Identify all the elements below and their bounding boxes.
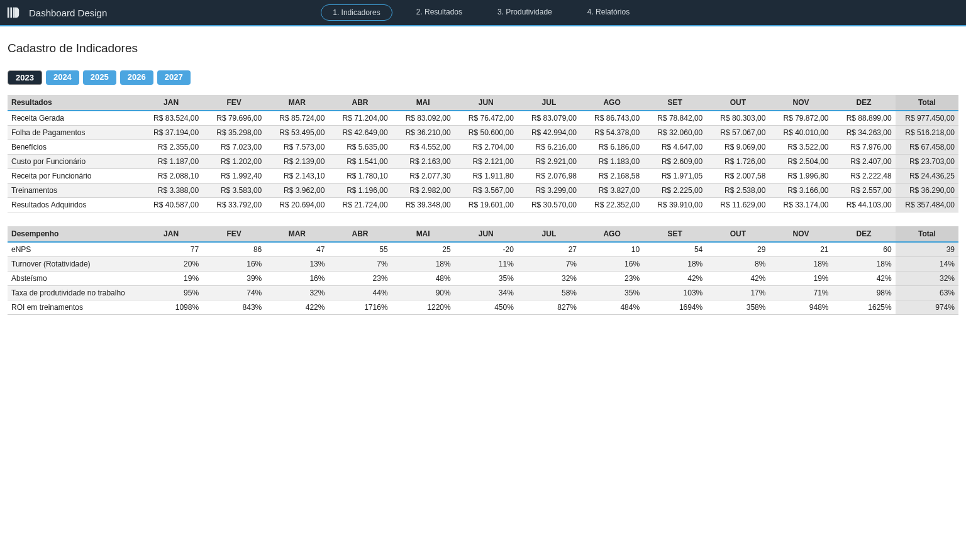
cell: R$ 39.348,00 <box>392 198 455 212</box>
cell-total: R$ 24.436,25 <box>896 169 958 184</box>
table-row: Receita GeradaR$ 83.524,00R$ 79.696,00R$… <box>8 111 958 126</box>
col-header-out: OUT <box>706 226 769 242</box>
cell: 20% <box>140 257 203 272</box>
table-row: Folha de PagamentosR$ 37.194,00R$ 35.298… <box>8 126 958 140</box>
cell: R$ 36.210,00 <box>392 126 455 140</box>
cell: R$ 2.007,58 <box>706 169 769 184</box>
cell: R$ 2.557,00 <box>833 184 896 198</box>
cell: 44% <box>328 286 391 300</box>
table-heading: Desempenho <box>8 226 140 242</box>
cell: R$ 3.166,00 <box>769 184 832 198</box>
cell-total: R$ 516.218,00 <box>896 126 958 140</box>
cell: R$ 37.194,00 <box>140 126 203 140</box>
cell: R$ 2.121,00 <box>455 155 518 169</box>
cell-total: 39 <box>896 242 958 257</box>
cell: R$ 42.994,00 <box>518 126 580 140</box>
cell: R$ 2.139,00 <box>265 155 328 169</box>
cell: R$ 3.962,00 <box>265 184 328 198</box>
table-row: TreinamentosR$ 3.388,00R$ 3.583,00R$ 3.9… <box>8 184 958 198</box>
cell: R$ 57.067,00 <box>706 126 769 140</box>
cell: 10 <box>580 242 643 257</box>
nav-item-3[interactable]: 4. Relatórios <box>576 4 641 21</box>
table-heading: Resultados <box>8 95 140 111</box>
cell: R$ 2.076,98 <box>518 169 580 184</box>
nav-item-1[interactable]: 2. Resultados <box>405 4 474 21</box>
cell: R$ 2.609,00 <box>643 155 706 169</box>
cell-total: 14% <box>896 257 958 272</box>
cell-total: R$ 36.290,00 <box>896 184 958 198</box>
cell: 8% <box>706 257 769 272</box>
cell: R$ 2.225,00 <box>643 184 706 198</box>
cell: R$ 6.186,00 <box>580 140 643 155</box>
cell: 48% <box>392 272 455 286</box>
svg-rect-0 <box>8 8 9 18</box>
cell: 7% <box>328 257 391 272</box>
cell: 17% <box>706 286 769 300</box>
cell: R$ 83.524,00 <box>140 111 203 126</box>
row-label: Turnover (Rotatividade) <box>8 257 140 272</box>
year-tab-2026[interactable]: 2026 <box>120 70 153 85</box>
year-tab-2024[interactable]: 2024 <box>46 70 79 85</box>
cell: 948% <box>769 300 832 315</box>
table-row: Turnover (Rotatividade)20%16%13%7%18%11%… <box>8 257 958 272</box>
cell: R$ 85.724,00 <box>265 111 328 126</box>
cell: 18% <box>833 257 896 272</box>
cell: 23% <box>328 272 391 286</box>
cell: R$ 53.495,00 <box>265 126 328 140</box>
cell: R$ 1.202,00 <box>203 155 265 169</box>
cell: R$ 40.010,00 <box>769 126 832 140</box>
col-header-mar: MAR <box>265 226 328 242</box>
cell: 843% <box>203 300 265 315</box>
cell: R$ 71.204,00 <box>328 111 391 126</box>
cell: 1220% <box>392 300 455 315</box>
svg-rect-1 <box>10 8 12 18</box>
cell: 1694% <box>643 300 706 315</box>
cell: R$ 42.649,00 <box>328 126 391 140</box>
cell: R$ 1.541,00 <box>328 155 391 169</box>
cell: R$ 7.023,00 <box>203 140 265 155</box>
cell: 32% <box>265 286 328 300</box>
cell: 95% <box>140 286 203 300</box>
cell: R$ 30.570,00 <box>518 198 580 212</box>
cell: 16% <box>580 257 643 272</box>
nav-item-2[interactable]: 3. Produtividade <box>486 4 564 21</box>
row-label: eNPS <box>8 242 140 257</box>
col-header-ago: AGO <box>580 226 643 242</box>
table-row: Taxa de produtividade no trabalho95%74%3… <box>8 286 958 300</box>
cell: R$ 2.921,00 <box>518 155 580 169</box>
year-tab-2027[interactable]: 2027 <box>157 70 191 85</box>
cell: R$ 34.263,00 <box>833 126 896 140</box>
cell: 27 <box>518 242 580 257</box>
cell: 358% <box>706 300 769 315</box>
col-header-jul: JUL <box>518 95 580 111</box>
table-row: Receita por FuncionárioR$ 2.088,10R$ 1.9… <box>8 169 958 184</box>
col-header-jun: JUN <box>455 226 518 242</box>
cell: 55 <box>328 242 391 257</box>
cell: 98% <box>833 286 896 300</box>
cell: R$ 2.143,10 <box>265 169 328 184</box>
cell: 19% <box>140 272 203 286</box>
col-header-fev: FEV <box>203 226 265 242</box>
cell: R$ 21.724,00 <box>328 198 391 212</box>
cell-total: 32% <box>896 272 958 286</box>
cell: 58% <box>518 286 580 300</box>
table-row: Custo por FuncionárioR$ 1.187,00R$ 1.202… <box>8 155 958 169</box>
cell: R$ 1.187,00 <box>140 155 203 169</box>
cell: R$ 79.696,00 <box>203 111 265 126</box>
cell: R$ 4.647,00 <box>643 140 706 155</box>
row-label: ROI em treinamentos <box>8 300 140 315</box>
col-header-jul: JUL <box>518 226 580 242</box>
nav-item-0[interactable]: 1. Indicadores <box>321 4 392 21</box>
svg-rect-2 <box>13 8 15 18</box>
year-tab-2025[interactable]: 2025 <box>83 70 116 85</box>
cell: R$ 3.522,00 <box>769 140 832 155</box>
cell: R$ 76.472,00 <box>455 111 518 126</box>
cell: 18% <box>643 257 706 272</box>
page: Cadastro de Indicadores 2023202420252026… <box>0 26 966 315</box>
cell: 11% <box>455 257 518 272</box>
col-header-nov: NOV <box>769 226 832 242</box>
cell-total: 974% <box>896 300 958 315</box>
year-tab-2023[interactable]: 2023 <box>8 70 42 85</box>
cell: R$ 1.196,00 <box>328 184 391 198</box>
cell: 103% <box>643 286 706 300</box>
